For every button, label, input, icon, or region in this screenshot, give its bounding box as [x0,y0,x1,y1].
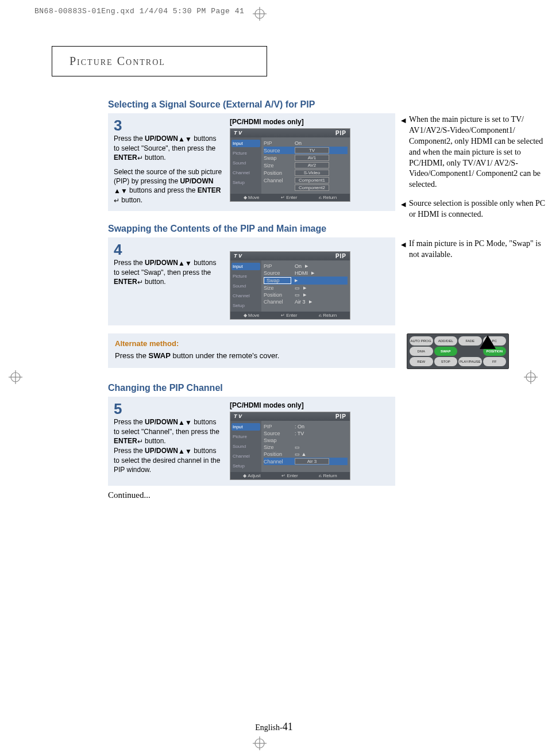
step-3-block: 3 Press the UP/DOWN▲▼ buttons to select … [108,113,395,211]
step-5-number: 5 [114,401,223,416]
section-3: Selecting a Signal Source (External A/V)… [52,99,511,211]
pip-position-icon: ▭ ▲ [295,451,306,457]
triangle-bullet-icon: ◀ [401,116,406,190]
section-3-notes: ◀When the main picture is set to TV/ AV1… [401,114,548,228]
remote-button: STOP [434,357,458,366]
chapter-title-box: Picture Control [52,46,267,76]
alternate-method: Alternate method: Press the SWAP button … [52,333,511,368]
remote-button: REW [410,357,433,366]
registration-mark-bottom [253,736,267,750]
alternate-method-title: Alternate method: [115,339,388,348]
step-3-instructions: 3 Press the UP/DOWN▲▼ buttons to select … [114,118,223,205]
registration-mark-top [253,7,267,21]
alternate-method-body: Press the SWAP button under the remote's… [115,351,388,360]
section-4-notes: ◀If main picture is in PC Mode, "Swap" i… [401,239,548,268]
remote-button: DMA [410,347,433,356]
step-5-block: 5 Press the UP/DOWN▲▼ buttons to select … [108,397,395,486]
chapter-title: Picture Control [70,55,165,67]
enter-icon: ↵ [114,196,119,205]
remote-button: FF [483,357,507,366]
remote-swap-button: SWAP [434,347,458,356]
print-job-header: BN68-00883S-01Eng.qxd 1/4/04 5:30 PM Pag… [34,7,244,16]
pip-size-icon: ▭ [295,444,300,450]
osd-screenshot-5: T V PIP Input Picture Sound Channel Setu… [230,412,350,480]
continued-label: Continued... [108,490,511,500]
modes-only-label: [PC/HDMI modes only] [230,401,389,409]
page-content: Picture Control Selecting a Signal Sourc… [52,46,511,500]
remote-button: PLAY/PAUSE [458,357,482,366]
enter-icon: ↵ [137,278,143,287]
modes-only-label: [PC/HDMI modes only] [230,118,389,126]
step-4-block: 4 Press the UP/DOWN▲▼ buttons to select … [108,237,395,325]
remote-control-image: AUTO PROG. ADD/DEL FADE PC DMA SWAP POSI… [407,333,509,369]
section-5-title: Changing the PIP Channel [108,383,511,393]
remote-highlight-triangle-icon [480,335,496,349]
osd-screenshot-3: T V PIP Input Picture Sound Channel Setu… [230,128,350,202]
up-down-triangles-icon: ▲▼ [178,418,192,427]
page-number: English-41 [0,721,548,733]
triangle-bullet-icon: ◀ [401,240,406,260]
step-4-instructions: 4 Press the UP/DOWN▲▼ buttons to select … [114,242,223,320]
registration-mark-right [524,370,538,384]
enter-icon: ↵ [137,153,143,163]
osd-screenshot-4: T V PIP Input Picture Sound Channel Setu… [230,251,350,320]
remote-button: AUTO PROG. [410,336,433,346]
up-down-triangles-icon: ▲▼ [114,186,128,195]
section-3-title: Selecting a Signal Source (External A/V)… [108,99,511,110]
remote-button: FADE [458,336,482,346]
osd-sidebar: Input Picture Sound Channel Setup [230,137,261,194]
section-5: Changing the PIP Channel 5 Press the UP/… [52,383,511,486]
up-down-triangles-icon: ▲▼ [178,135,192,144]
pip-position-icon: ▭ [295,292,300,298]
step-3-number: 3 [114,118,223,133]
up-down-triangles-icon: ▲▼ [178,447,192,456]
section-4: Swapping the Contents of the PIP and Mai… [52,224,511,325]
registration-mark-left [9,370,22,384]
enter-icon: ↵ [137,437,143,446]
pip-size-icon: ▭ [295,285,300,291]
triangle-bullet-icon: ◀ [401,200,406,220]
section-4-title: Swapping the Contents of the PIP and Mai… [108,224,511,234]
step-4-number: 4 [114,242,223,257]
step-5-instructions: 5 Press the UP/DOWN▲▼ buttons to select … [114,401,223,480]
remote-button: ADD/DEL [434,336,458,346]
up-down-triangles-icon: ▲▼ [178,259,192,268]
